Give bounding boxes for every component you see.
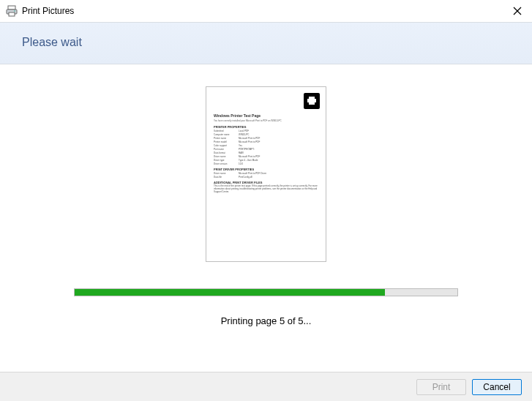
banner-heading: Please wait	[22, 36, 510, 49]
page-preview: Windows Printer Test Page You have corre…	[206, 86, 326, 262]
preview-row: Driver typeType 4 - User Mode	[214, 159, 318, 162]
preview-row: Port namePORTPROMPT:	[214, 148, 318, 151]
progress-fill	[75, 289, 385, 296]
preview-row: Data filePrintConfig.dll	[214, 176, 318, 179]
window-title: Print Pictures	[22, 6, 74, 16]
preview-row: Printer modelMicrosoft Print to PDF	[214, 140, 318, 143]
printer-app-icon	[6, 5, 18, 17]
close-button[interactable]	[510, 4, 525, 18]
preview-row: Computer nameWIN10-PC	[214, 133, 318, 136]
preview-section-driver: PRINT DRIVER PROPERTIES	[214, 168, 318, 171]
preview-row: Driver nameMicrosoft Print to PDF Driver	[214, 172, 318, 175]
preview-row: SubmittedLocal PDF	[214, 130, 318, 132]
preview-section-printer: PRINTER PROPERTIES	[214, 125, 318, 129]
preview-row: Data formatRAW	[214, 151, 318, 154]
preview-row: Driver nameMicrosoft Print to PDF	[214, 155, 318, 158]
status-text: Printing page 5 of 5...	[221, 315, 312, 326]
preview-doc-title: Windows Printer Test Page	[214, 113, 318, 118]
svg-rect-0	[8, 6, 15, 10]
banner: Please wait	[0, 22, 532, 64]
preview-paragraph: This is the end of the printer test page…	[214, 185, 318, 194]
svg-rect-2	[9, 12, 15, 16]
print-button: Print	[416, 379, 466, 395]
preview-subline: You have correctly installed your Micros…	[214, 119, 318, 122]
printer-icon	[304, 93, 320, 109]
preview-row: Printer nameMicrosoft Print to PDF	[214, 137, 318, 140]
content-area: Windows Printer Test Page You have corre…	[0, 64, 532, 353]
titlebar: Print Pictures	[0, 0, 532, 22]
preview-row: Color supportYes	[214, 144, 318, 147]
svg-rect-8	[309, 102, 315, 105]
svg-point-3	[14, 10, 15, 12]
footer: Print Cancel	[0, 372, 532, 401]
cancel-button[interactable]: Cancel	[472, 379, 522, 395]
progress-bar	[74, 288, 458, 296]
preview-row: Driver version10.0	[214, 162, 318, 165]
svg-rect-6	[309, 97, 315, 99]
